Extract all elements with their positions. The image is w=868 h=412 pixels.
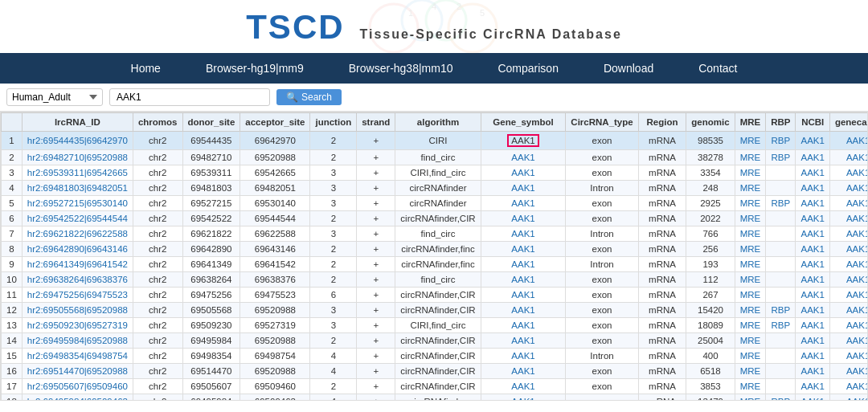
search-button[interactable]: 🔍 Search bbox=[276, 89, 342, 105]
gc-cell[interactable]: AAK1 bbox=[829, 333, 868, 349]
gene-cell[interactable]: AAK1 bbox=[481, 364, 566, 379]
gc-cell[interactable]: AAK1 bbox=[829, 132, 868, 150]
lrna-id-cell[interactable]: hr2:69641349|69641542 bbox=[22, 257, 133, 272]
ncbi-cell[interactable]: AAK1 bbox=[796, 211, 829, 226]
nav-contact[interactable]: Contact bbox=[676, 53, 760, 84]
lrna-id-cell[interactable]: hr2:69642890|69643146 bbox=[22, 242, 133, 257]
ncbi-cell[interactable]: AAK1 bbox=[796, 349, 829, 364]
ncbi-cell[interactable]: AAK1 bbox=[796, 257, 829, 272]
mre-cell[interactable]: MRE bbox=[735, 196, 766, 211]
ncbi-cell[interactable]: AAK1 bbox=[796, 318, 829, 333]
gc-cell[interactable]: AAK1 bbox=[829, 364, 868, 379]
ncbi-cell[interactable]: AAK1 bbox=[796, 242, 829, 257]
rbp-cell[interactable]: RBP bbox=[766, 196, 796, 211]
mre-cell[interactable]: MRE bbox=[735, 165, 766, 181]
mre-cell[interactable]: MRE bbox=[735, 211, 766, 226]
gc-cell[interactable]: AAK1 bbox=[829, 165, 868, 181]
gene-cell[interactable]: AAK1 bbox=[481, 165, 566, 181]
lrna-id-cell[interactable]: hr2:69514470|69520988 bbox=[22, 364, 133, 379]
mre-cell[interactable]: MRE bbox=[735, 349, 766, 364]
ncbi-cell[interactable]: AAK1 bbox=[796, 181, 829, 196]
mre-cell[interactable]: MRE bbox=[735, 364, 766, 379]
search-input[interactable] bbox=[109, 88, 270, 106]
ncbi-cell[interactable]: AAK1 bbox=[796, 196, 829, 211]
ncbi-cell[interactable]: AAK1 bbox=[796, 150, 829, 165]
lrna-id-cell[interactable]: hr2:69475256|69475523 bbox=[22, 288, 133, 303]
ncbi-cell[interactable]: AAK1 bbox=[796, 394, 829, 402]
gene-cell[interactable]: AAK1 bbox=[481, 318, 566, 333]
nav-browser-hg38[interactable]: Browser-hg38|mm10 bbox=[326, 53, 476, 84]
gene-cell[interactable]: AAK1 bbox=[481, 132, 566, 150]
ncbi-cell[interactable]: AAK1 bbox=[796, 333, 829, 349]
gc-cell[interactable]: AAK1 bbox=[829, 379, 868, 394]
nav-home[interactable]: Home bbox=[108, 53, 183, 84]
lrna-id-cell[interactable]: hr2:69495984|69520988 bbox=[22, 333, 133, 349]
mre-cell[interactable]: MRE bbox=[735, 318, 766, 333]
lrna-id-cell[interactable]: hr2:69505607|69509460 bbox=[22, 379, 133, 394]
mre-cell[interactable]: MRE bbox=[735, 257, 766, 272]
gene-cell[interactable]: AAK1 bbox=[481, 379, 566, 394]
ncbi-cell[interactable]: AAK1 bbox=[796, 364, 829, 379]
lrna-id-cell[interactable]: hr2:69481803|69482051 bbox=[22, 181, 133, 196]
gc-cell[interactable]: AAK1 bbox=[829, 349, 868, 364]
gene-cell[interactable]: AAK1 bbox=[481, 196, 566, 211]
lrna-id-cell[interactable]: hr2:69542522|69544544 bbox=[22, 211, 133, 226]
gc-cell[interactable]: AAK1 bbox=[829, 318, 868, 333]
nav-download[interactable]: Download bbox=[581, 53, 676, 84]
lrna-id-cell[interactable]: hr2:69539311|69542665 bbox=[22, 165, 133, 181]
ncbi-cell[interactable]: AAK1 bbox=[796, 288, 829, 303]
gc-cell[interactable]: AAK1 bbox=[829, 150, 868, 165]
rbp-cell[interactable]: RBP bbox=[766, 394, 796, 402]
lrna-id-cell[interactable]: hr2:69509230|69527319 bbox=[22, 318, 133, 333]
ncbi-cell[interactable]: AAK1 bbox=[796, 226, 829, 242]
mre-cell[interactable]: MRE bbox=[735, 150, 766, 165]
rbp-cell[interactable]: RBP bbox=[766, 303, 796, 318]
nav-comparison[interactable]: Comparison bbox=[475, 53, 580, 84]
nav-browser-hg19[interactable]: Browser-hg19|mm9 bbox=[183, 53, 326, 84]
mre-cell[interactable]: MRE bbox=[735, 394, 766, 402]
lrna-id-cell[interactable]: hr2:69505568|69520988 bbox=[22, 303, 133, 318]
gene-cell[interactable]: AAK1 bbox=[481, 226, 566, 242]
ncbi-cell[interactable]: AAK1 bbox=[796, 165, 829, 181]
gc-cell[interactable]: AAK1 bbox=[829, 394, 868, 402]
mre-cell[interactable]: MRE bbox=[735, 272, 766, 288]
lrna-id-cell[interactable]: hr2:69498354|69498754 bbox=[22, 349, 133, 364]
gc-cell[interactable]: AAK1 bbox=[829, 242, 868, 257]
gc-cell[interactable]: AAK1 bbox=[829, 181, 868, 196]
data-table-container[interactable]: lrcRNA_ID chromos donor_site acceptor_si… bbox=[0, 112, 868, 401]
species-select[interactable]: Human_Adult Mouse_Adult Human_Fetal Mous… bbox=[6, 88, 103, 106]
mre-cell[interactable]: MRE bbox=[735, 132, 766, 150]
mre-cell[interactable]: MRE bbox=[735, 303, 766, 318]
ncbi-cell[interactable]: AAK1 bbox=[796, 132, 829, 150]
gene-cell[interactable]: AAK1 bbox=[481, 303, 566, 318]
rbp-cell[interactable]: RBP bbox=[766, 150, 796, 165]
mre-cell[interactable]: MRE bbox=[735, 379, 766, 394]
lrna-id-cell[interactable]: hr2:69638264|69638376 bbox=[22, 272, 133, 288]
mre-cell[interactable]: MRE bbox=[735, 242, 766, 257]
gene-cell[interactable]: AAK1 bbox=[481, 150, 566, 165]
ncbi-cell[interactable]: AAK1 bbox=[796, 379, 829, 394]
gene-cell[interactable]: AAK1 bbox=[481, 272, 566, 288]
gc-cell[interactable]: AAK1 bbox=[829, 272, 868, 288]
gene-cell[interactable]: AAK1 bbox=[481, 333, 566, 349]
gene-cell[interactable]: AAK1 bbox=[481, 349, 566, 364]
gc-cell[interactable]: AAK1 bbox=[829, 257, 868, 272]
lrna-id-cell[interactable]: hr2:69482710|69520988 bbox=[22, 150, 133, 165]
mre-cell[interactable]: MRE bbox=[735, 181, 766, 196]
gc-cell[interactable]: AAK1 bbox=[829, 196, 868, 211]
gc-cell[interactable]: AAK1 bbox=[829, 303, 868, 318]
gc-cell[interactable]: AAK1 bbox=[829, 288, 868, 303]
gene-cell[interactable]: AAK1 bbox=[481, 288, 566, 303]
gene-cell[interactable]: AAK1 bbox=[481, 242, 566, 257]
mre-cell[interactable]: MRE bbox=[735, 288, 766, 303]
gene-cell[interactable]: AAK1 bbox=[481, 181, 566, 196]
rbp-cell[interactable]: RBP bbox=[766, 132, 796, 150]
ncbi-cell[interactable]: AAK1 bbox=[796, 272, 829, 288]
gene-cell[interactable]: AAK1 bbox=[481, 257, 566, 272]
rbp-cell[interactable]: RBP bbox=[766, 318, 796, 333]
gc-cell[interactable]: AAK1 bbox=[829, 211, 868, 226]
lrna-id-cell[interactable]: hr2:69544435|69642970 bbox=[22, 132, 133, 150]
lrna-id-cell[interactable]: hr2:69495984|69509463 bbox=[22, 394, 133, 402]
lrna-id-cell[interactable]: hr2:69527215|69530140 bbox=[22, 196, 133, 211]
gc-cell[interactable]: AAK1 bbox=[829, 226, 868, 242]
